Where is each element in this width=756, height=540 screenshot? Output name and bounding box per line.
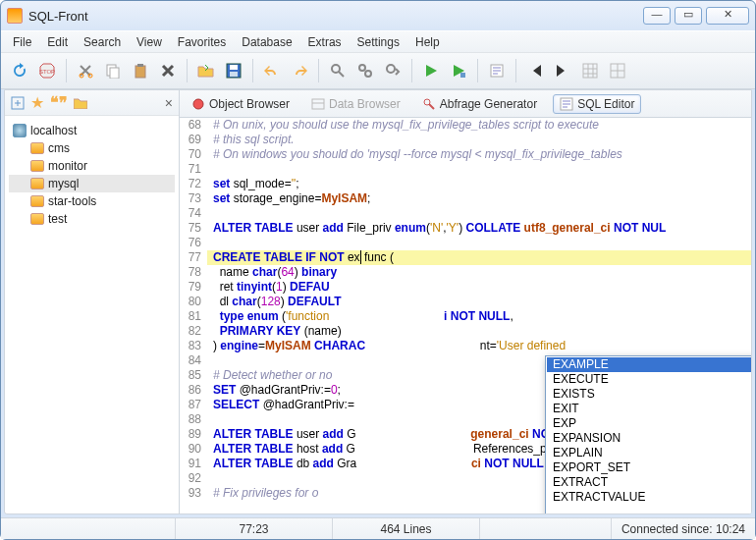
code-content[interactable]: CREATE TABLE IF NOT ex func ( <box>207 250 751 265</box>
stop-button[interactable]: STOP <box>34 58 60 83</box>
svg-point-15 <box>387 65 395 73</box>
grid2-button[interactable] <box>605 58 630 83</box>
code-line[interactable]: 79 ret tinyint(1) DEFAU <box>180 280 751 295</box>
first-button[interactable] <box>522 58 548 83</box>
find-button[interactable] <box>325 58 351 83</box>
code-line[interactable]: 82 PRIMARY KEY (name) <box>180 324 751 339</box>
code-content[interactable]: ret tinyint(1) DEFAU <box>207 280 751 295</box>
run-selection-button[interactable] <box>446 58 471 83</box>
copy-button[interactable] <box>100 58 126 83</box>
autocomplete-item[interactable]: EXPLAIN <box>547 446 752 460</box>
code-content[interactable] <box>207 162 751 177</box>
tree-db[interactable]: test <box>9 210 175 228</box>
db-tree[interactable]: localhost cms monitor mysql star-tools t… <box>5 116 179 234</box>
replace-button[interactable] <box>352 58 378 83</box>
find-next-button[interactable] <box>380 58 405 83</box>
menu-favorites[interactable]: Favorites <box>170 33 234 51</box>
tab-abfrage-generator[interactable]: Abfrage Generator <box>416 95 543 113</box>
code-line[interactable]: 78 name char(64) binary <box>180 265 751 280</box>
star-icon[interactable]: ★ <box>30 93 44 112</box>
autocomplete-popup[interactable]: EXAMPLEEXECUTEEXISTSEXITEXPEXPANSIONEXPL… <box>545 355 752 514</box>
code-content[interactable]: name char(64) binary <box>207 265 751 280</box>
menu-search[interactable]: Search <box>76 33 129 51</box>
code-content[interactable]: set storage_engine=MyISAM; <box>207 191 751 206</box>
code-line[interactable]: 81 type enum ('function i NOT NULL, <box>180 309 751 324</box>
code-line[interactable]: 69# this sql script. <box>180 133 751 147</box>
data-icon <box>311 97 325 111</box>
tree-db[interactable]: mysql <box>9 175 175 192</box>
tree-db[interactable]: cms <box>9 139 175 157</box>
autocomplete-item[interactable]: EXP <box>547 416 752 431</box>
code-line[interactable]: 71 <box>180 162 751 177</box>
sidebar-close-button[interactable]: × <box>165 95 173 111</box>
autocomplete-item[interactable]: EXECUTE <box>547 372 752 387</box>
code-line[interactable]: 76 <box>180 236 751 250</box>
code-content[interactable]: ALTER TABLE user add File_priv enum('N',… <box>207 221 751 236</box>
menu-database[interactable]: Database <box>234 33 299 51</box>
titlebar[interactable]: SQL-Front — ▭ ✕ <box>1 1 755 30</box>
code-content[interactable] <box>207 236 751 250</box>
autocomplete-item[interactable]: EXAMPLE <box>547 357 752 372</box>
script-button[interactable] <box>484 58 510 83</box>
maximize-button[interactable]: ▭ <box>675 7 702 25</box>
code-line[interactable]: 77CREATE TABLE IF NOT ex func ( <box>180 250 751 265</box>
tab-object-browser[interactable]: Object Browser <box>186 95 296 113</box>
autocomplete-item[interactable]: EXTRACTVALUE <box>547 490 752 505</box>
menu-view[interactable]: View <box>129 33 170 51</box>
paste-button[interactable] <box>128 58 153 83</box>
code-content[interactable]: PRIMARY KEY (name) <box>207 324 751 339</box>
code-content[interactable]: type enum ('function i NOT NULL, <box>207 309 751 324</box>
redo-button[interactable] <box>287 58 312 83</box>
code-content[interactable]: # this sql script. <box>207 133 751 147</box>
menu-file[interactable]: File <box>5 33 39 51</box>
folder-icon[interactable] <box>74 97 87 109</box>
run-button[interactable] <box>418 58 444 83</box>
autocomplete-item[interactable]: EXTRACT <box>547 475 752 490</box>
grid1-button[interactable] <box>577 58 603 83</box>
menu-help[interactable]: Help <box>407 33 448 51</box>
undo-button[interactable] <box>259 58 285 83</box>
tab-data-browser[interactable]: Data Browser <box>305 95 406 113</box>
tree-db[interactable]: monitor <box>9 157 175 175</box>
save-button[interactable] <box>221 58 246 83</box>
code-line[interactable]: 70# On windows you should do 'mysql --fo… <box>180 147 751 162</box>
code-content[interactable] <box>207 206 751 221</box>
minimize-button[interactable]: — <box>643 7 671 25</box>
autocomplete-item[interactable]: EXISTS <box>547 387 752 402</box>
tree-host[interactable]: localhost <box>9 122 175 139</box>
code-content[interactable]: # On unix, you should use the mysql_fix_… <box>207 118 751 133</box>
code-content[interactable]: set sql_mode=''; <box>207 177 751 191</box>
close-button[interactable]: ✕ <box>706 7 749 25</box>
code-line[interactable]: 75ALTER TABLE user add File_priv enum('N… <box>180 221 751 236</box>
autocomplete-item[interactable]: EXPANSION <box>547 431 752 446</box>
refresh-button[interactable] <box>7 58 32 83</box>
tree-db[interactable]: star-tools <box>9 192 175 210</box>
svg-text:STOP: STOP <box>39 69 55 75</box>
menu-extras[interactable]: Extras <box>300 33 350 51</box>
menu-edit[interactable]: Edit <box>39 33 76 51</box>
open-button[interactable] <box>193 58 219 83</box>
svg-rect-16 <box>460 73 465 78</box>
gutter: 77 <box>180 250 207 265</box>
last-button[interactable] <box>550 58 575 83</box>
autocomplete-item[interactable]: EXPORT_SET <box>547 460 752 475</box>
bookmark-icon[interactable] <box>11 96 25 110</box>
svg-rect-10 <box>230 72 238 77</box>
status-connection: Connected since: 10:24 <box>612 518 755 539</box>
code-content[interactable]: # On windows you should do 'mysql --forc… <box>207 147 751 162</box>
code-line[interactable]: 72set sql_mode=''; <box>180 177 751 191</box>
delete-button[interactable] <box>155 58 181 83</box>
menu-settings[interactable]: Settings <box>350 33 407 51</box>
code-line[interactable]: 68# On unix, you should use the mysql_fi… <box>180 118 751 133</box>
quote-icon[interactable]: ❝❞ <box>50 93 68 112</box>
cut-button[interactable] <box>73 58 98 83</box>
code-content[interactable]: ) engine=MyISAM CHARAC nt='User defined <box>207 339 751 353</box>
code-line[interactable]: 83) engine=MyISAM CHARAC nt='User define… <box>180 339 751 353</box>
code-line[interactable]: 74 <box>180 206 751 221</box>
code-line[interactable]: 73set storage_engine=MyISAM; <box>180 191 751 206</box>
code-content[interactable]: dl char(128) DEFAULT <box>207 295 751 309</box>
tab-sql-editor[interactable]: SQL Editor <box>553 94 641 114</box>
database-icon <box>30 178 44 189</box>
code-line[interactable]: 80 dl char(128) DEFAULT <box>180 295 751 309</box>
autocomplete-item[interactable]: EXIT <box>547 402 752 416</box>
